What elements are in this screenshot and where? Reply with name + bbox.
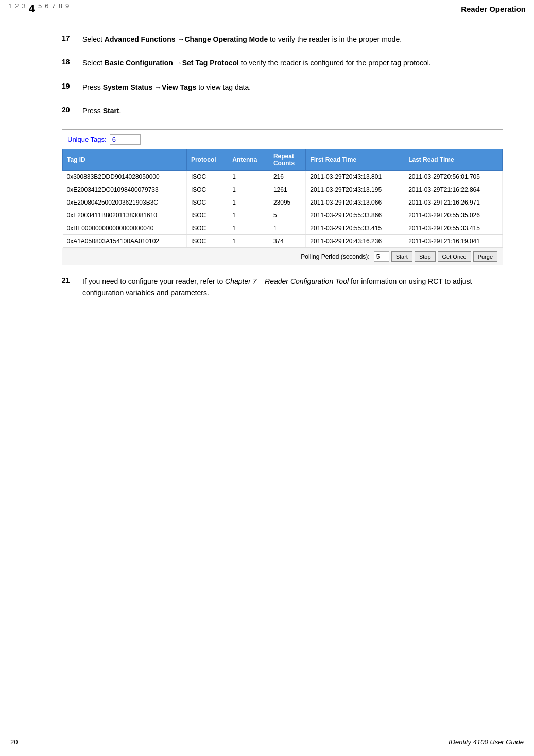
tag-table: Tag ID Protocol Antenna RepeatCounts Fir… <box>62 149 503 248</box>
table-cell: 2011-03-29T20:55:33.415 <box>404 222 503 234</box>
table-cell: 0xE20080425002003621903B3C <box>63 196 187 209</box>
step-number-19: 19 <box>62 81 82 90</box>
table-cell: 2011-03-29T21:16:19.041 <box>404 234 503 247</box>
table-cell: 374 <box>269 234 305 247</box>
nav-5[interactable]: 5 <box>38 2 42 15</box>
table-cell: 216 <box>269 170 305 183</box>
col-protocol: Protocol <box>186 149 228 170</box>
table-row: 0x300833B2DDD9014028050000ISOC12162011-0… <box>63 170 503 183</box>
step-number-20: 20 <box>62 105 82 114</box>
chapter-nav: 1 2 3 4 5 6 7 8 9 <box>8 2 69 15</box>
nav-6[interactable]: 6 <box>45 2 48 15</box>
step-18: 18 Select Basic Configuration →Set Tag P… <box>62 57 503 69</box>
table-cell: 0xBE000000000000000000040 <box>63 222 187 234</box>
table-cell: ISOC <box>186 183 228 196</box>
main-content: 17 Select Advanced Functions →Change Ope… <box>0 18 534 342</box>
footer-document-title: IDentity 4100 User Guide <box>449 738 524 746</box>
step-17: 17 Select Advanced Functions →Change Ope… <box>62 33 503 45</box>
col-tag-id: Tag ID <box>63 149 187 170</box>
table-cell: ISOC <box>186 196 228 209</box>
step-content-21: If you need to configure your reader, re… <box>82 276 503 299</box>
table-cell: 2011-03-29T21:16:26.971 <box>404 196 503 209</box>
step-content-19: Press System Status →View Tags to view t… <box>82 81 251 93</box>
table-cell: 0xE2003411B802011383081610 <box>63 209 187 222</box>
table-cell: 2011-03-29T20:55:33.415 <box>306 222 404 234</box>
step-20: 20 Press Start. <box>62 105 503 116</box>
unique-tags-bar: Unique Tags: <box>62 130 503 149</box>
table-cell: 1 <box>228 183 269 196</box>
table-cell: 2011-03-29T20:43:16.236 <box>306 234 404 247</box>
ui-panel: Unique Tags: Tag ID Protocol Antenna Rep… <box>62 129 503 265</box>
table-row: 0xE20080425002003621903B3CISOC1230952011… <box>63 196 503 209</box>
table-cell: ISOC <box>186 170 228 183</box>
stop-button[interactable]: Stop <box>415 251 436 262</box>
polling-input[interactable] <box>374 251 389 262</box>
nav-2[interactable]: 2 <box>15 2 19 15</box>
table-row: 0xE2003412DC01098400079733ISOC112612011-… <box>63 183 503 196</box>
nav-8[interactable]: 8 <box>59 2 62 15</box>
unique-tags-label: Unique Tags: <box>67 136 107 143</box>
table-cell: ISOC <box>186 222 228 234</box>
table-cell: 2011-03-29T20:56:01.705 <box>404 170 503 183</box>
table-cell: 2011-03-29T21:16:22.864 <box>404 183 503 196</box>
step-content-17: Select Advanced Functions →Change Operat… <box>82 33 402 45</box>
unique-tags-input[interactable] <box>110 134 141 145</box>
nav-3[interactable]: 3 <box>22 2 25 15</box>
page-title: Reader Operation <box>461 5 526 13</box>
get-once-button[interactable]: Get Once <box>438 251 471 262</box>
col-last-read-time: Last Read Time <box>404 149 503 170</box>
table-cell: 5 <box>269 209 305 222</box>
table-cell: 0x300833B2DDD9014028050000 <box>63 170 187 183</box>
nav-1[interactable]: 1 <box>8 2 12 15</box>
table-cell: 1 <box>228 234 269 247</box>
purge-button[interactable]: Purge <box>473 251 497 262</box>
nav-4[interactable]: 4 <box>29 2 35 15</box>
polling-label: Polling Period (seconds): <box>301 253 369 260</box>
step-number-18: 18 <box>62 57 82 66</box>
step-19: 19 Press System Status →View Tags to vie… <box>62 81 503 93</box>
table-cell: 1261 <box>269 183 305 196</box>
table-cell: 23095 <box>269 196 305 209</box>
page-footer: 20 IDentity 4100 User Guide <box>0 738 534 746</box>
table-cell: 1 <box>228 222 269 234</box>
table-cell: ISOC <box>186 234 228 247</box>
nav-7[interactable]: 7 <box>51 2 55 15</box>
step-content-20: Press Start. <box>82 105 121 116</box>
step-21: 21 If you need to configure your reader,… <box>62 276 503 299</box>
table-cell: 1 <box>228 170 269 183</box>
table-cell: 2011-03-29T20:55:35.026 <box>404 209 503 222</box>
step-content-18: Select Basic Configuration →Set Tag Prot… <box>82 57 431 69</box>
table-cell: 1 <box>228 209 269 222</box>
table-cell: 1 <box>269 222 305 234</box>
page-header: 1 2 3 4 5 6 7 8 9 Reader Operation <box>0 0 534 18</box>
table-cell: ISOC <box>186 209 228 222</box>
step-number-17: 17 <box>62 33 82 42</box>
col-repeat-counts: RepeatCounts <box>269 149 305 170</box>
table-header-row: Tag ID Protocol Antenna RepeatCounts Fir… <box>63 149 503 170</box>
table-cell: 2011-03-29T20:43:13.195 <box>306 183 404 196</box>
table-cell: 1 <box>228 196 269 209</box>
nav-9[interactable]: 9 <box>65 2 69 15</box>
table-cell: 0xA1A050803A154100AA010102 <box>63 234 187 247</box>
table-cell: 2011-03-29T20:55:33.866 <box>306 209 404 222</box>
table-cell: 2011-03-29T20:43:13.801 <box>306 170 404 183</box>
table-cell: 0xE2003412DC01098400079733 <box>63 183 187 196</box>
col-antenna: Antenna <box>228 149 269 170</box>
col-first-read-time: First Read Time <box>306 149 404 170</box>
table-row: 0xE2003411B802011383081610ISOC152011-03-… <box>63 209 503 222</box>
footer-page-number: 20 <box>10 738 18 746</box>
table-row: 0xBE000000000000000000040ISOC112011-03-2… <box>63 222 503 234</box>
controls-bar: Polling Period (seconds): Start Stop Get… <box>62 248 503 265</box>
step-number-21: 21 <box>62 276 82 284</box>
table-row: 0xA1A050803A154100AA010102ISOC13742011-0… <box>63 234 503 247</box>
table-cell: 2011-03-29T20:43:13.066 <box>306 196 404 209</box>
start-button[interactable]: Start <box>391 251 412 262</box>
